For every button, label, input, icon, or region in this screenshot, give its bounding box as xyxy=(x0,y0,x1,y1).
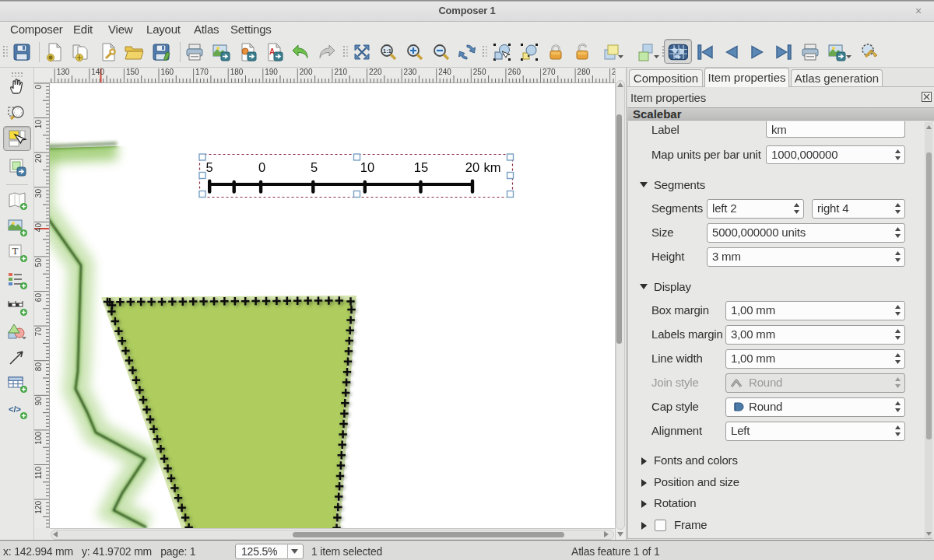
svg-text:</>: </> xyxy=(9,404,21,414)
svg-text:T: T xyxy=(12,245,19,257)
svg-text:1:1: 1:1 xyxy=(383,47,392,54)
